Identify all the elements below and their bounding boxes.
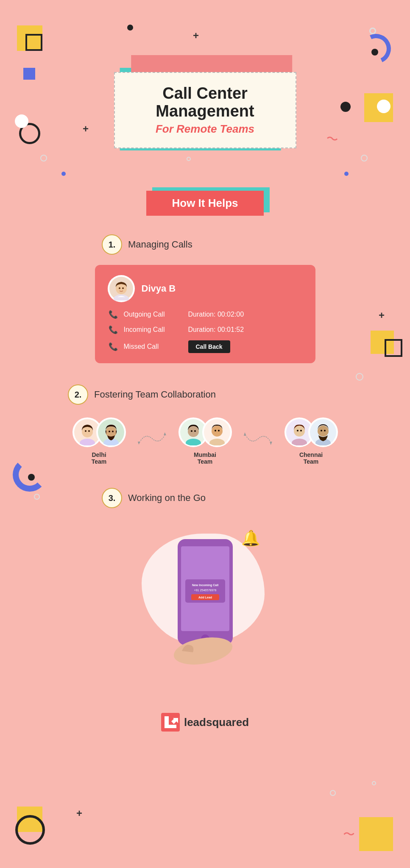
step-2-circle: 2. (68, 384, 88, 405)
deco-ring-bl (15, 815, 45, 845)
svg-point-14 (112, 431, 114, 432)
call-back-button[interactable]: Call Back (188, 340, 230, 353)
step-3-circle: 3. (102, 488, 122, 508)
deco-ring-br2 (372, 781, 376, 785)
phone-mockup: New Incoming Call +91 2546578976 Add Lea… (173, 537, 237, 657)
step-1-circle: 1. (102, 234, 122, 255)
svg-point-21 (194, 430, 196, 432)
svg-point-26 (218, 430, 220, 431)
logo-text: leadsquared (184, 716, 249, 729)
incoming-call-detail: Duration: 00:01:52 (188, 326, 244, 334)
svg-point-38 (324, 430, 326, 431)
step-3-label: Working on the Go (128, 492, 206, 504)
leadsquared-logo: leadsquared (161, 713, 249, 732)
svg-point-24 (212, 426, 223, 437)
svg-point-31 (294, 426, 305, 437)
phone-go-section: New Incoming Call +91 2546578976 Add Lea… (129, 521, 282, 665)
svg-point-13 (109, 431, 110, 432)
phone-outgoing-icon: 📞 (108, 310, 119, 319)
missed-call-row: 📞 Missed Call Call Back (108, 340, 303, 353)
delhi-team-group: Delhi Team (61, 417, 137, 465)
svg-point-12 (106, 426, 117, 437)
svg-point-19 (188, 426, 199, 437)
mumbai-avatar-2 (202, 417, 232, 447)
deco-yellow-sq-bl (17, 807, 42, 832)
svg-text:New Incoming Call: New Incoming Call (192, 584, 218, 587)
outgoing-call-type: Outgoing Call (124, 311, 183, 318)
step-2-label: Fostering Team Collaboration (94, 389, 216, 400)
step-1-label: Managing Calls (128, 239, 192, 250)
how-it-helps-badge: How It Helps (146, 191, 263, 216)
incoming-call-row: 📞 Incoming Call Duration: 00:01:52 (108, 325, 303, 334)
step-3-header: 3. Working on the Go (102, 488, 206, 508)
deco-plus-bl: + (76, 807, 82, 819)
svg-rect-48 (161, 713, 180, 732)
svg-point-33 (300, 430, 302, 431)
logo-icon (161, 713, 180, 732)
step-2-header: 2. Fostering Team Collaboration (68, 384, 216, 405)
phone-missed-icon: 📞 (108, 342, 119, 351)
call-management-card: Divya B 📞 Outgoing Call Duration: 00:02:… (95, 265, 315, 363)
title-line2: Management (134, 103, 277, 120)
deco-squiggle-br: 〜 (343, 826, 355, 843)
header-section: Call Center Management For Remote Teams (0, 8, 410, 186)
svg-point-3 (119, 287, 120, 289)
svg-point-20 (191, 430, 192, 432)
title-sub: For Remote Teams (134, 122, 277, 136)
title-card: Call Center Management For Remote Teams (114, 72, 296, 149)
outgoing-call-detail: Duration: 00:02:00 (188, 311, 244, 318)
svg-point-25 (215, 430, 216, 431)
mumbai-team-label: Mumbai Team (194, 451, 216, 465)
arrow-delhi-mumbai (137, 430, 167, 447)
svg-marker-28 (243, 432, 246, 436)
how-it-helps-badge-wrapper: How It Helps (146, 191, 263, 216)
phone-incoming-icon: 📞 (108, 325, 119, 334)
outgoing-call-row: 📞 Outgoing Call Duration: 00:02:00 (108, 310, 303, 319)
step-1-header: 1. Managing Calls (102, 234, 192, 255)
delhi-avatar-2 (96, 417, 126, 447)
missed-call-type: Missed Call (124, 343, 183, 351)
deco-ring-br1 (330, 790, 336, 796)
svg-point-37 (321, 430, 322, 431)
svg-marker-16 (137, 442, 140, 445)
delhi-team-label: Delhi Team (92, 451, 107, 465)
team-collaboration-section: Delhi Team (61, 417, 349, 465)
agent-name: Divya B (142, 283, 176, 294)
footer: leadsquared (0, 695, 410, 750)
chennai-team-group: Chennai Team (273, 417, 349, 465)
title-line1: Call Center (134, 85, 277, 103)
svg-point-9 (88, 430, 90, 432)
chennai-team-label: Chennai Team (299, 451, 323, 465)
svg-point-4 (122, 287, 124, 289)
avatar (108, 275, 135, 302)
call-card-agent-row: Divya B (108, 275, 303, 302)
svg-point-7 (82, 426, 93, 437)
svg-marker-27 (270, 442, 272, 445)
svg-text:Add Lead: Add Lead (198, 596, 212, 599)
deco-yellow-sq-br (359, 817, 393, 851)
svg-text:+91 2546578976: +91 2546578976 (194, 589, 216, 592)
incoming-call-type: Incoming Call (124, 326, 183, 334)
svg-point-32 (297, 430, 298, 431)
agent-avatar-svg (109, 277, 133, 300)
mumbai-team-group: Mumbai Team (167, 417, 243, 465)
notification-bell-icon: 🔔 (241, 529, 260, 547)
svg-point-36 (318, 426, 329, 437)
chennai-avatar-2 (308, 417, 338, 447)
svg-marker-15 (164, 432, 166, 435)
svg-point-8 (85, 430, 86, 432)
arrow-mumbai-chennai (243, 430, 273, 447)
